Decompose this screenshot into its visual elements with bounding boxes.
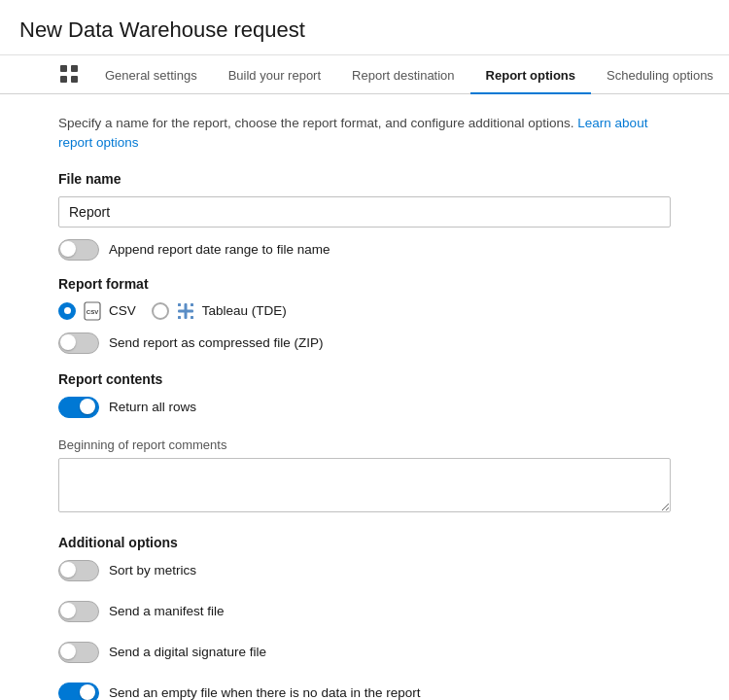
tab-scheduling-options[interactable]: Scheduling options [591,58,729,94]
tableau-radio-option[interactable]: Tableau (TDE) [152,301,287,321]
tableau-icon [176,301,195,321]
report-format-options: CSV CSV Tableau [58,301,671,321]
tab-grid-icon[interactable] [49,55,89,94]
tableau-label: Tableau (TDE) [202,303,287,318]
tab-report-destination[interactable]: Report destination [336,58,470,94]
report-format-label: Report format [58,276,671,292]
send-digital-signature-toggle-knob [60,644,76,659]
content-area: Specify a name for the report, choose th… [0,94,729,700]
send-empty-file-label: Send an empty file when there is no data… [109,685,420,700]
additional-options-group: Sort by metrics Send a manifest file Sen… [58,560,671,701]
send-manifest-file-row: Send a manifest file [58,601,671,622]
compressed-file-label: Send report as compressed file (ZIP) [109,335,324,350]
append-date-toggle-knob [60,241,76,257]
description-text: Specify a name for the report, choose th… [58,114,671,154]
svg-text:CSV: CSV [87,309,98,315]
send-empty-file-row: Send an empty file when there is no data… [58,682,671,701]
report-contents-label: Report contents [58,371,671,387]
report-comments-label: Beginning of report comments [58,438,671,452]
send-digital-signature-label: Send a digital signature file [109,645,266,659]
svg-rect-1 [71,65,78,72]
page-title: New Data Warehouse request [0,0,729,55]
send-empty-file-toggle-knob [80,684,95,700]
csv-label: CSV [109,303,136,318]
compressed-file-toggle-row: Send report as compressed file (ZIP) [58,332,671,354]
send-digital-signature-toggle[interactable] [58,642,99,663]
return-all-rows-toggle-row: Return all rows [58,397,671,418]
sort-by-metrics-label: Sort by metrics [109,563,196,578]
send-manifest-file-label: Send a manifest file [109,604,225,618]
additional-options-label: Additional options [58,535,671,550]
return-all-rows-toggle[interactable] [58,397,99,418]
append-date-label: Append report date range to file name [109,242,330,257]
svg-rect-3 [71,76,78,83]
compressed-file-toggle-knob [60,334,76,350]
tabs-navigation: General settings Build your report Repor… [0,55,729,94]
svg-rect-10 [178,316,181,319]
file-name-label: File name [58,171,671,187]
compressed-file-toggle[interactable] [58,332,99,354]
svg-rect-0 [60,65,67,72]
tab-general-settings[interactable]: General settings [89,58,213,94]
svg-rect-2 [60,76,67,83]
send-digital-signature-row: Send a digital signature file [58,642,671,663]
send-manifest-file-toggle-knob [60,603,76,618]
send-empty-file-toggle[interactable] [58,682,99,701]
svg-rect-8 [178,303,181,306]
append-date-toggle[interactable] [58,239,99,261]
return-all-rows-label: Return all rows [109,400,196,414]
svg-rect-7 [178,309,193,312]
tab-report-options[interactable]: Report options [470,58,591,94]
append-date-toggle-row: Append report date range to file name [58,239,671,261]
send-manifest-file-toggle[interactable] [58,601,99,622]
svg-rect-9 [191,303,193,306]
csv-radio-option[interactable]: CSV CSV [58,301,136,321]
sort-by-metrics-toggle-knob [60,562,76,578]
svg-rect-11 [191,316,193,319]
sort-by-metrics-row: Sort by metrics [58,560,671,581]
report-comments-input[interactable] [58,458,671,512]
tab-build-your-report[interactable]: Build your report [213,58,336,94]
csv-radio-inner [64,307,71,314]
tableau-radio-circle [152,302,169,320]
return-all-rows-toggle-knob [80,399,95,414]
csv-file-icon: CSV [83,301,102,321]
csv-radio-circle [58,302,76,320]
sort-by-metrics-toggle[interactable] [58,560,99,581]
file-name-input[interactable] [58,196,671,228]
